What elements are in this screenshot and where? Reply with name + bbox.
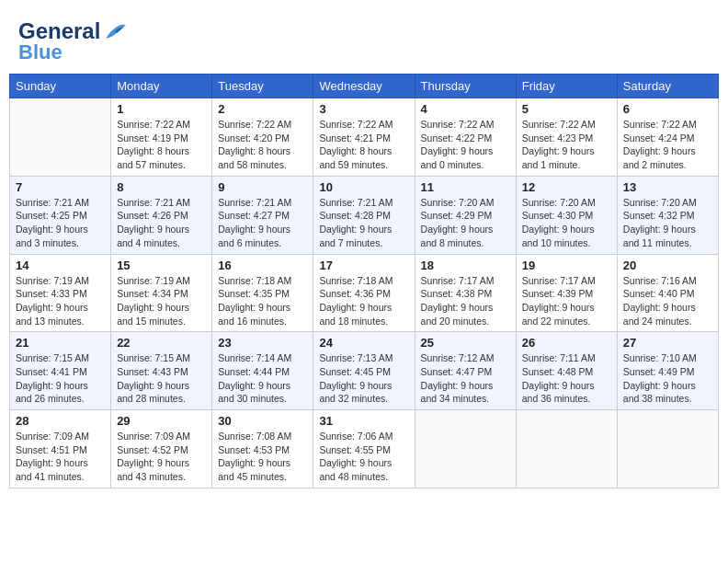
calendar-cell: 10Sunrise: 7:21 AMSunset: 4:28 PMDayligh… <box>313 176 415 254</box>
calendar-cell: 22Sunrise: 7:15 AMSunset: 4:43 PMDayligh… <box>111 332 212 410</box>
calendar-table: SundayMondayTuesdayWednesdayThursdayFrid… <box>9 74 719 488</box>
calendar-cell: 6Sunrise: 7:22 AMSunset: 4:24 PMDaylight… <box>617 98 718 177</box>
calendar-cell: 2Sunrise: 7:22 AMSunset: 4:20 PMDaylight… <box>212 98 313 177</box>
logo: General Blue <box>18 18 128 64</box>
cell-info-text: Sunrise: 7:19 AMSunset: 4:34 PMDaylight:… <box>117 274 206 328</box>
calendar-cell <box>516 410 617 488</box>
calendar-cell <box>10 98 111 177</box>
cell-date-number: 10 <box>319 180 408 194</box>
calendar-cell: 23Sunrise: 7:14 AMSunset: 4:44 PMDayligh… <box>212 332 313 410</box>
cell-info-text: Sunrise: 7:17 AMSunset: 4:38 PMDaylight:… <box>421 274 510 328</box>
calendar-week-row: 21Sunrise: 7:15 AMSunset: 4:41 PMDayligh… <box>10 332 719 410</box>
cell-info-text: Sunrise: 7:22 AMSunset: 4:20 PMDaylight:… <box>218 118 307 172</box>
cell-info-text: Sunrise: 7:20 AMSunset: 4:29 PMDaylight:… <box>421 196 510 250</box>
cell-info-text: Sunrise: 7:06 AMSunset: 4:55 PMDaylight:… <box>319 430 408 484</box>
calendar-header-row: SundayMondayTuesdayWednesdayThursdayFrid… <box>10 75 719 98</box>
calendar-cell: 17Sunrise: 7:18 AMSunset: 4:36 PMDayligh… <box>313 254 415 332</box>
calendar-cell: 25Sunrise: 7:12 AMSunset: 4:47 PMDayligh… <box>415 332 516 410</box>
cell-date-number: 25 <box>421 336 510 350</box>
cell-date-number: 22 <box>117 336 206 350</box>
cell-info-text: Sunrise: 7:17 AMSunset: 4:39 PMDaylight:… <box>522 274 611 328</box>
calendar-week-row: 1Sunrise: 7:22 AMSunset: 4:19 PMDaylight… <box>10 98 719 177</box>
calendar-cell: 12Sunrise: 7:20 AMSunset: 4:30 PMDayligh… <box>516 176 617 254</box>
calendar-cell: 31Sunrise: 7:06 AMSunset: 4:55 PMDayligh… <box>313 410 415 488</box>
cell-info-text: Sunrise: 7:22 AMSunset: 4:22 PMDaylight:… <box>421 118 510 172</box>
cell-date-number: 15 <box>117 259 206 272</box>
calendar-week-row: 7Sunrise: 7:21 AMSunset: 4:25 PMDaylight… <box>10 176 719 254</box>
cell-info-text: Sunrise: 7:09 AMSunset: 4:51 PMDaylight:… <box>16 430 105 484</box>
cell-info-text: Sunrise: 7:20 AMSunset: 4:32 PMDaylight:… <box>623 196 712 250</box>
logo-blue: Blue <box>18 40 63 64</box>
calendar-cell: 9Sunrise: 7:21 AMSunset: 4:27 PMDaylight… <box>212 176 313 254</box>
cell-date-number: 3 <box>319 102 408 116</box>
cell-info-text: Sunrise: 7:09 AMSunset: 4:52 PMDaylight:… <box>117 430 206 484</box>
calendar-cell: 11Sunrise: 7:20 AMSunset: 4:29 PMDayligh… <box>415 176 516 254</box>
cell-date-number: 12 <box>522 180 611 194</box>
calendar-cell: 13Sunrise: 7:20 AMSunset: 4:32 PMDayligh… <box>617 176 718 254</box>
calendar-cell: 27Sunrise: 7:10 AMSunset: 4:49 PMDayligh… <box>617 332 718 410</box>
cell-date-number: 14 <box>16 259 105 272</box>
calendar-header-tuesday: Tuesday <box>212 75 313 98</box>
cell-info-text: Sunrise: 7:20 AMSunset: 4:30 PMDaylight:… <box>522 196 611 250</box>
calendar-cell <box>617 410 718 488</box>
cell-info-text: Sunrise: 7:18 AMSunset: 4:36 PMDaylight:… <box>319 274 408 328</box>
cell-date-number: 1 <box>117 102 206 116</box>
cell-info-text: Sunrise: 7:12 AMSunset: 4:47 PMDaylight:… <box>421 351 510 406</box>
cell-info-text: Sunrise: 7:22 AMSunset: 4:21 PMDaylight:… <box>319 118 408 172</box>
calendar-cell: 15Sunrise: 7:19 AMSunset: 4:34 PMDayligh… <box>111 254 212 332</box>
cell-date-number: 18 <box>421 259 510 272</box>
cell-info-text: Sunrise: 7:13 AMSunset: 4:45 PMDaylight:… <box>319 351 408 406</box>
cell-date-number: 16 <box>218 259 307 272</box>
cell-date-number: 11 <box>421 180 510 194</box>
calendar-cell: 1Sunrise: 7:22 AMSunset: 4:19 PMDaylight… <box>111 98 212 177</box>
cell-date-number: 23 <box>218 336 307 350</box>
calendar-header-saturday: Saturday <box>617 75 718 98</box>
cell-info-text: Sunrise: 7:08 AMSunset: 4:53 PMDaylight:… <box>218 430 307 484</box>
calendar-body: 1Sunrise: 7:22 AMSunset: 4:19 PMDaylight… <box>10 98 719 488</box>
cell-date-number: 5 <box>522 102 611 116</box>
calendar-cell: 14Sunrise: 7:19 AMSunset: 4:33 PMDayligh… <box>10 254 111 332</box>
cell-info-text: Sunrise: 7:15 AMSunset: 4:41 PMDaylight:… <box>16 351 105 406</box>
calendar-cell: 20Sunrise: 7:16 AMSunset: 4:40 PMDayligh… <box>617 254 718 332</box>
cell-date-number: 28 <box>16 414 105 428</box>
calendar-cell: 19Sunrise: 7:17 AMSunset: 4:39 PMDayligh… <box>516 254 617 332</box>
calendar-cell: 28Sunrise: 7:09 AMSunset: 4:51 PMDayligh… <box>10 410 111 488</box>
calendar-header-monday: Monday <box>111 75 212 98</box>
cell-info-text: Sunrise: 7:21 AMSunset: 4:28 PMDaylight:… <box>319 196 408 250</box>
cell-date-number: 24 <box>319 336 408 350</box>
cell-date-number: 21 <box>16 336 105 350</box>
logo-bird-icon <box>102 22 128 42</box>
cell-date-number: 31 <box>319 414 408 428</box>
cell-date-number: 2 <box>218 102 307 116</box>
calendar-header-sunday: Sunday <box>10 75 111 98</box>
calendar-week-row: 14Sunrise: 7:19 AMSunset: 4:33 PMDayligh… <box>10 254 719 332</box>
cell-date-number: 29 <box>117 414 206 428</box>
cell-info-text: Sunrise: 7:22 AMSunset: 4:23 PMDaylight:… <box>522 118 611 172</box>
calendar-cell: 3Sunrise: 7:22 AMSunset: 4:21 PMDaylight… <box>313 98 415 177</box>
cell-date-number: 7 <box>16 180 105 194</box>
cell-info-text: Sunrise: 7:22 AMSunset: 4:19 PMDaylight:… <box>117 118 206 172</box>
header: General Blue <box>9 9 719 69</box>
calendar-cell: 29Sunrise: 7:09 AMSunset: 4:52 PMDayligh… <box>111 410 212 488</box>
calendar-cell: 8Sunrise: 7:21 AMSunset: 4:26 PMDaylight… <box>111 176 212 254</box>
calendar-cell: 16Sunrise: 7:18 AMSunset: 4:35 PMDayligh… <box>212 254 313 332</box>
cell-date-number: 30 <box>218 414 307 428</box>
calendar-header-thursday: Thursday <box>415 75 516 98</box>
cell-date-number: 19 <box>522 259 611 272</box>
cell-info-text: Sunrise: 7:11 AMSunset: 4:48 PMDaylight:… <box>522 351 611 406</box>
cell-info-text: Sunrise: 7:18 AMSunset: 4:35 PMDaylight:… <box>218 274 307 328</box>
calendar-cell: 7Sunrise: 7:21 AMSunset: 4:25 PMDaylight… <box>10 176 111 254</box>
cell-info-text: Sunrise: 7:21 AMSunset: 4:25 PMDaylight:… <box>16 196 105 250</box>
cell-date-number: 4 <box>421 102 510 116</box>
cell-info-text: Sunrise: 7:15 AMSunset: 4:43 PMDaylight:… <box>117 351 206 406</box>
cell-date-number: 26 <box>522 336 611 350</box>
calendar-week-row: 28Sunrise: 7:09 AMSunset: 4:51 PMDayligh… <box>10 410 719 488</box>
cell-info-text: Sunrise: 7:22 AMSunset: 4:24 PMDaylight:… <box>623 118 712 172</box>
calendar-cell: 4Sunrise: 7:22 AMSunset: 4:22 PMDaylight… <box>415 98 516 177</box>
cell-info-text: Sunrise: 7:19 AMSunset: 4:33 PMDaylight:… <box>16 274 105 328</box>
cell-info-text: Sunrise: 7:10 AMSunset: 4:49 PMDaylight:… <box>623 351 712 406</box>
calendar-cell: 26Sunrise: 7:11 AMSunset: 4:48 PMDayligh… <box>516 332 617 410</box>
cell-date-number: 6 <box>623 102 712 116</box>
cell-info-text: Sunrise: 7:14 AMSunset: 4:44 PMDaylight:… <box>218 351 307 406</box>
calendar-cell: 5Sunrise: 7:22 AMSunset: 4:23 PMDaylight… <box>516 98 617 177</box>
